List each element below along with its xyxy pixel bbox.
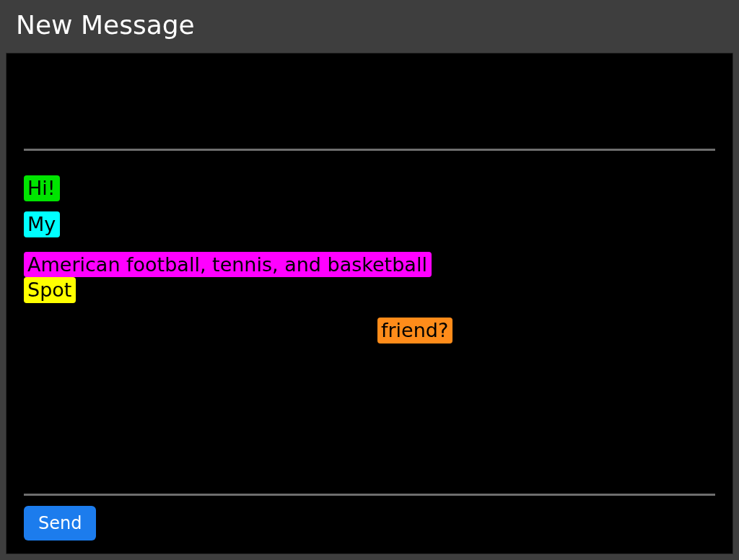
highlight-my: My [24, 211, 60, 237]
divider-bottom [24, 494, 715, 496]
highlight-friend: friend? [377, 318, 452, 344]
divider-top [24, 149, 715, 151]
message-window: New Message Hi! My American football, te… [0, 0, 739, 560]
highlight-sports: American football, tennis, and basketbal… [24, 252, 432, 278]
message-body[interactable]: Hi! My American football, tennis, and ba… [24, 157, 715, 494]
highlight-greeting: Hi! [24, 175, 60, 201]
highlight-spot: Spot [24, 277, 76, 303]
window-title: New Message [16, 10, 723, 40]
titlebar: New Message [0, 0, 739, 53]
header-area [24, 62, 715, 149]
message-content: Hi! My American football, tennis, and ba… [6, 53, 733, 554]
send-button[interactable]: Send [24, 506, 96, 541]
